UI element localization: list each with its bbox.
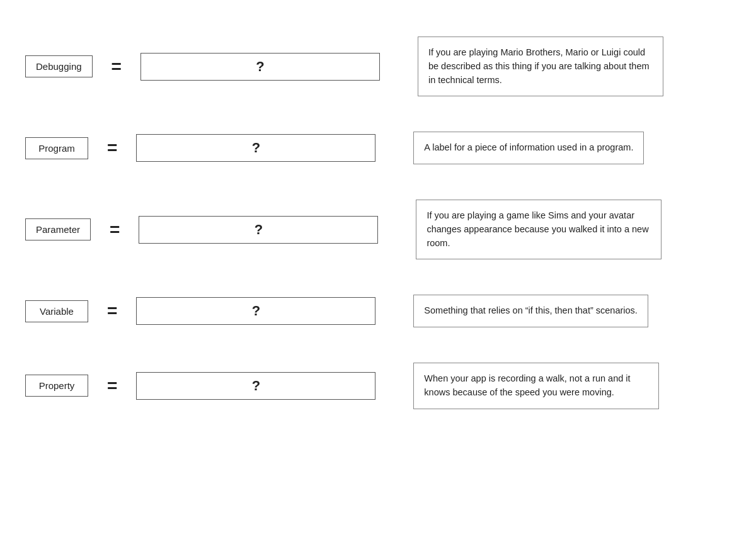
hint-box-debugging: If you are playing Mario Brothers, Mario… bbox=[418, 37, 663, 96]
question-mark-debugging: ? bbox=[256, 59, 264, 75]
hint-box-property: When your app is recording a walk, not a… bbox=[413, 363, 659, 409]
question-mark-property: ? bbox=[252, 378, 260, 394]
hint-box-program: A label for a piece of information used … bbox=[413, 132, 644, 164]
quiz-row-debugging: Debugging = ? If you are playing Mario B… bbox=[13, 19, 743, 114]
hint-box-variable: Something that relies on “if this, then … bbox=[413, 295, 648, 327]
equals-sign-debugging: = bbox=[112, 58, 122, 76]
equals-sign-program: = bbox=[107, 139, 117, 157]
question-mark-variable: ? bbox=[252, 303, 260, 319]
quiz-row-parameter: Parameter = ? If you are playing a game … bbox=[13, 182, 743, 277]
equals-sign-variable: = bbox=[107, 302, 117, 320]
quiz-container: Debugging = ? If you are playing Mario B… bbox=[0, 13, 756, 433]
hint-box-parameter: If you are playing a game like Sims and … bbox=[416, 200, 662, 259]
term-box-property: Property bbox=[25, 375, 88, 397]
answer-box-property[interactable]: ? bbox=[136, 372, 375, 400]
answer-box-program[interactable]: ? bbox=[136, 134, 375, 162]
question-mark-program: ? bbox=[252, 140, 260, 156]
term-box-debugging: Debugging bbox=[25, 55, 93, 77]
question-mark-parameter: ? bbox=[255, 222, 263, 238]
answer-box-variable[interactable]: ? bbox=[136, 297, 375, 325]
term-box-variable: Variable bbox=[25, 300, 88, 322]
quiz-row-variable: Variable = ? Something that relies on “i… bbox=[13, 277, 743, 345]
answer-box-debugging[interactable]: ? bbox=[140, 53, 380, 81]
equals-sign-property: = bbox=[107, 377, 117, 395]
term-box-program: Program bbox=[25, 137, 88, 159]
quiz-row-program: Program = ? A label for a piece of infor… bbox=[13, 114, 743, 182]
equals-sign-parameter: = bbox=[110, 221, 120, 239]
term-box-parameter: Parameter bbox=[25, 218, 91, 240]
answer-box-parameter[interactable]: ? bbox=[139, 216, 378, 244]
quiz-row-property: Property = ? When your app is recording … bbox=[13, 345, 743, 427]
